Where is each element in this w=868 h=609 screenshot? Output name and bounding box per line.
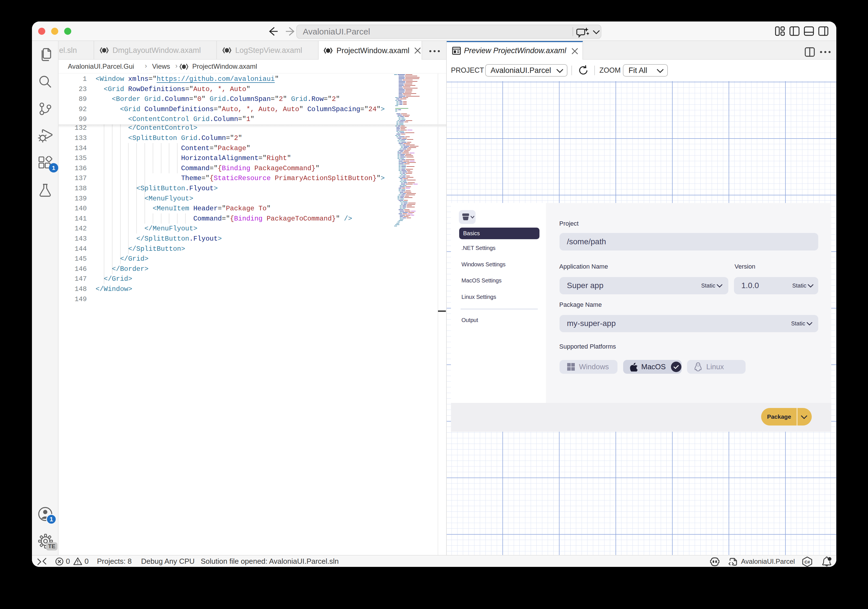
svg-text:C#: C# <box>804 559 810 564</box>
